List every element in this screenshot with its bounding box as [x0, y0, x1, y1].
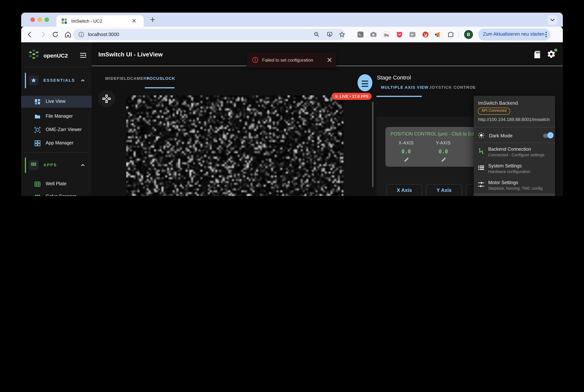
section-apps[interactable]: APPS — [24, 156, 89, 174]
ext-pocket-icon[interactable] — [396, 31, 403, 38]
panel-toggle-button[interactable] — [358, 74, 372, 91]
section-essentials[interactable]: ESSENTIALS — [24, 71, 89, 90]
edit-x-pencil-icon[interactable] — [404, 158, 409, 162]
ext-megaphone-icon[interactable] — [434, 31, 441, 38]
sidebar: openUC2 ESSENTIALS Live View File Manage… — [21, 42, 92, 196]
tab-focuslock[interactable]: FOCUSLOCK — [147, 76, 175, 80]
restart-to-update-button[interactable]: Zum Aktualisieren neu starten — [478, 28, 550, 40]
sd-card-icon[interactable] — [534, 50, 541, 59]
sidebar-divider — [24, 67, 89, 67]
menu-item-backend-connection[interactable]: Backend ConnectionConnected - Configure … — [474, 147, 555, 162]
ext-blocker-icon[interactable] — [422, 31, 429, 38]
openuc2-logo-icon — [27, 49, 40, 62]
menu-header: ImSwitch Backend — [478, 100, 518, 106]
axis-title: Y Axis — [426, 188, 462, 193]
dark-mode-label: Dark Mode — [489, 133, 512, 138]
dpad-icon — [102, 94, 111, 103]
star-icon — [31, 78, 36, 83]
tab-close-icon[interactable] — [132, 18, 136, 23]
position-control-card[interactable]: POSITION CONTROL (µm) - Click to Edit Ta… — [385, 127, 479, 167]
toast-message: Failed to set configuration — [262, 58, 313, 63]
tab-indicator — [145, 87, 174, 88]
browser-toolbar: localhost:3000 h. B Zum Aktualisieren ne… — [21, 27, 563, 42]
site-info-icon[interactable] — [78, 32, 84, 38]
chevron-up-icon — [80, 163, 85, 168]
live-dot — [335, 95, 338, 98]
toast-close-icon[interactable] — [327, 58, 332, 62]
logo-text: openUC2 — [44, 52, 68, 59]
sidebar-item-file-manager[interactable]: File Manager — [21, 110, 92, 122]
cube-icon — [34, 127, 40, 133]
backend-url: http://100.104.189.88:8001/imswitch — [478, 117, 550, 122]
tab-search-button[interactable] — [548, 15, 557, 25]
gear-icon[interactable] — [547, 50, 556, 59]
traffic-zoom-button[interactable] — [44, 18, 49, 22]
axis-card-y: Y Axis − + HOME STOP Step Size: 1µm 10µm… — [426, 184, 462, 196]
axis-title: X Axis — [387, 188, 422, 193]
screen: ImSwitch - UC2 localhost:3000 — [0, 0, 584, 196]
position-card-title: POSITION CONTROL (µm) - Click to Edit Ta… — [390, 132, 479, 136]
ext-h-icon[interactable]: h. — [357, 31, 364, 38]
toolbar-separator — [458, 31, 459, 38]
dashboard-icon — [34, 99, 40, 105]
home-button-icon[interactable] — [64, 31, 72, 38]
axis-card-x: X Axis − + HOME STOP Step Size: 1µm 10µm… — [386, 184, 422, 196]
tab-third-clipped[interactable]: V — [472, 85, 476, 90]
grid-icon — [34, 140, 40, 146]
stage-tab-indicator — [376, 96, 422, 97]
browser-tabstrip: ImSwitch - UC2 — [21, 12, 563, 27]
api-connected-badge: API Connected — [478, 108, 510, 115]
sidebar-item-galvo-scanner[interactable]: Galvo Scanner — [21, 191, 92, 196]
sidebar-item-well-plate[interactable]: Well Plate — [21, 178, 92, 190]
x-axis-value: 0.0 — [396, 148, 416, 154]
zoom-out-icon[interactable] — [314, 32, 320, 38]
reload-icon[interactable] — [52, 31, 59, 38]
sidebar-item-live-view[interactable]: Live View — [21, 96, 92, 108]
menu-item-motor-settings[interactable]: Motor SettingsStepsize, homing, TMC conf… — [474, 180, 555, 195]
ext-camera-icon[interactable] — [370, 31, 377, 38]
forward-icon[interactable] — [39, 31, 46, 38]
imswitch-app: openUC2 ESSENTIALS Live View File Manage… — [21, 42, 563, 196]
ext-clipboard-icon[interactable] — [447, 31, 454, 38]
page-title: ImSwitch UI - LiveView — [98, 51, 162, 58]
well-plate-icon — [34, 181, 40, 187]
profile-avatar[interactable]: B — [464, 30, 473, 39]
menu-item-system-settings[interactable]: System SettingsHardware configuration — [474, 163, 555, 178]
save-page-icon[interactable] — [327, 32, 333, 38]
tab-joystick-control[interactable]: JOYSTICK CONTROL — [429, 85, 476, 90]
kebab-menu-icon[interactable] — [544, 32, 549, 38]
main-scrollbar[interactable] — [372, 102, 374, 196]
new-tab-button[interactable] — [150, 17, 155, 22]
tune-icon — [478, 181, 484, 188]
sun-icon — [478, 132, 484, 138]
list-icon — [478, 164, 484, 171]
sidebar-item-app-manager[interactable]: App Manager — [21, 137, 92, 149]
menu-item-imswitch-backend-settings[interactable]: ImSwitch Backend SettingsMicroscope conf… — [474, 194, 555, 196]
edit-y-pencil-icon[interactable] — [441, 158, 446, 162]
tab-multiple-axis-view[interactable]: MULTIPLE AXIS VIEW — [381, 85, 428, 90]
back-icon[interactable] — [26, 31, 34, 38]
x-axis-label: X-AXIS — [396, 141, 416, 145]
browser-window: ImSwitch - UC2 localhost:3000 — [21, 12, 563, 196]
live-badge: LIVE • 17.0 FPS — [332, 93, 372, 100]
cable-icon — [478, 148, 484, 154]
browser-tab[interactable]: ImSwitch - UC2 — [56, 15, 144, 27]
url-bar[interactable]: localhost:3000 — [73, 29, 345, 40]
error-icon — [252, 57, 258, 63]
ext-folder-icon[interactable] — [383, 31, 390, 38]
folder-icon — [34, 114, 40, 120]
pan-control-button[interactable] — [98, 90, 115, 107]
live-camera-view[interactable]: 200.00 µm — [126, 96, 344, 196]
traffic-close-button[interactable] — [30, 18, 35, 22]
dark-mode-row[interactable]: Dark Mode — [474, 130, 555, 141]
chevron-up-icon — [80, 78, 85, 83]
dark-mode-toggle-knob[interactable] — [547, 132, 554, 138]
bookmark-star-icon[interactable] — [339, 32, 345, 38]
sidebar-collapse-icon[interactable] — [80, 53, 86, 58]
tab-widefieldcamera[interactable]: WIDEFIELDCAMERA — [105, 76, 150, 80]
sidebar-item-ome-zarr-viewer[interactable]: OME-Zarr Viewer — [21, 124, 92, 136]
traffic-minimize-button[interactable] — [38, 18, 42, 22]
y-axis-label: Y-AXIS — [434, 141, 453, 145]
ext-video-icon[interactable] — [409, 31, 416, 38]
galvo-grid-icon — [34, 194, 40, 196]
